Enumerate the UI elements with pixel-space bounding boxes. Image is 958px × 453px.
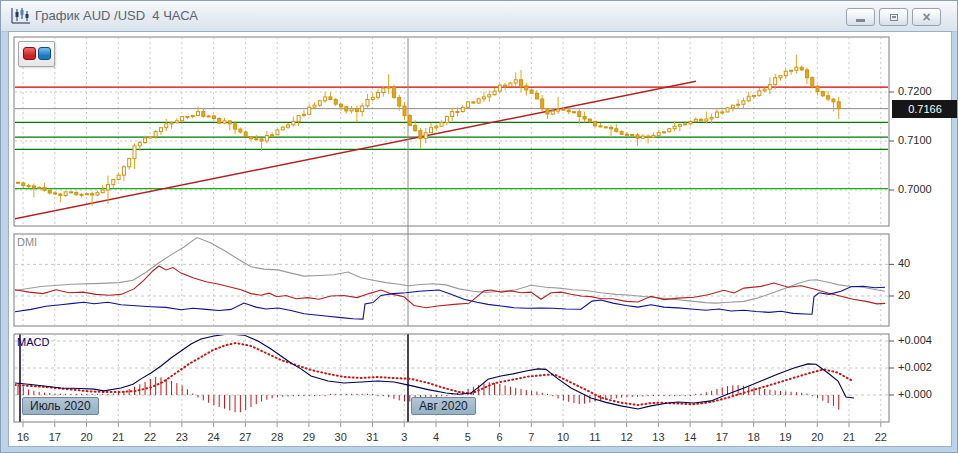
candle-body (715, 112, 718, 117)
candle-body (805, 70, 808, 78)
candle-body (197, 112, 200, 116)
candle-body (811, 78, 814, 86)
candle-body (271, 135, 274, 136)
candle-body (578, 112, 581, 117)
candle-body (625, 134, 628, 135)
candle-body (700, 119, 703, 121)
price-axis-label: 0.7000 (898, 183, 932, 195)
candle-body (122, 167, 125, 175)
candle-body (234, 124, 237, 129)
x-tick-label: 20 (73, 431, 101, 443)
candle-body (790, 70, 793, 71)
candle-body (551, 111, 554, 114)
x-tick-label: 21 (835, 431, 863, 443)
candle-body (144, 138, 147, 143)
candle-body (467, 102, 470, 107)
candle-body (212, 116, 215, 119)
macd-axis-label: +0.000 (898, 388, 932, 400)
x-tick-label: 23 (168, 431, 196, 443)
candle-body (350, 109, 353, 111)
current-price-label: 0.7166 (892, 100, 958, 118)
candle-body (38, 188, 41, 189)
candle-body (477, 99, 480, 103)
candle-body (599, 126, 602, 127)
candle-body (784, 71, 787, 75)
candle-body (673, 126, 676, 128)
dmi-panel-label: DMI (17, 236, 37, 248)
candle-body (827, 96, 830, 99)
candle-body (159, 128, 162, 132)
candle-body (276, 130, 279, 135)
x-tick-label: 10 (549, 431, 577, 443)
candle-body (85, 194, 88, 195)
candle-body (747, 96, 750, 101)
candle-body (355, 109, 358, 112)
blue-marker-button[interactable] (38, 47, 51, 60)
candle-body (255, 139, 258, 140)
candle-body (509, 83, 512, 86)
candle-body (493, 91, 496, 95)
candle-body (657, 133, 660, 136)
candle-body (837, 102, 840, 109)
x-tick-label: 4 (422, 431, 450, 443)
candle-body (816, 86, 819, 91)
candle-body (546, 109, 549, 114)
x-tick-label: 20 (803, 431, 831, 443)
candle-body (567, 110, 570, 111)
candle-body (832, 99, 835, 102)
candle-body (32, 186, 35, 188)
candle-body (287, 125, 290, 127)
x-tick-label: 17 (41, 431, 69, 443)
candle-body (154, 132, 157, 137)
candle-body (69, 192, 72, 193)
candle-body (207, 116, 210, 117)
macd-axis-label: +0.002 (898, 361, 932, 373)
candle-body (339, 104, 342, 107)
candle-body (228, 121, 231, 124)
macd-panel-label: MACD (17, 336, 49, 348)
candle-body (731, 105, 734, 108)
candle-body (308, 107, 311, 114)
candle-body (324, 97, 327, 101)
candle-body (520, 80, 523, 86)
month-label-aug: Авг 2020 (411, 397, 476, 415)
x-tick-label: 13 (644, 431, 672, 443)
price-axis-label: 0.7100 (898, 134, 932, 146)
x-tick-label: 16 (9, 431, 37, 443)
candle-body (641, 136, 644, 138)
candle-body (430, 128, 433, 133)
candle-body (223, 121, 226, 123)
chart-canvas[interactable] (1, 1, 958, 453)
candle-body (482, 97, 485, 99)
candle-body (588, 119, 591, 121)
candle-body (604, 127, 607, 128)
candle-body (615, 129, 618, 132)
candle-body (535, 93, 538, 99)
candle-body (636, 135, 639, 138)
candle-body (758, 91, 761, 96)
candle-body (133, 146, 136, 159)
candle-body (43, 188, 46, 191)
candle-body (774, 78, 777, 85)
candle-body (710, 117, 713, 119)
candle-body (165, 124, 168, 128)
candle-body (75, 192, 78, 194)
candle-body (763, 89, 766, 91)
candle-body (737, 104, 740, 105)
candle-body (583, 117, 586, 120)
candle-body (318, 101, 321, 105)
candle-body (694, 119, 697, 121)
candle-body (440, 123, 443, 127)
candle-body (753, 95, 756, 96)
red-marker-button[interactable] (23, 47, 36, 60)
candle-body (795, 67, 798, 70)
candle-body (461, 107, 464, 111)
x-tick-label: 22 (136, 431, 164, 443)
candle-body (445, 117, 448, 123)
candle-body (186, 116, 189, 117)
candle-body (668, 129, 671, 132)
candle-body (403, 106, 406, 116)
candle-body (371, 97, 374, 99)
x-tick-label: 19 (771, 431, 799, 443)
candle-body (562, 109, 565, 110)
